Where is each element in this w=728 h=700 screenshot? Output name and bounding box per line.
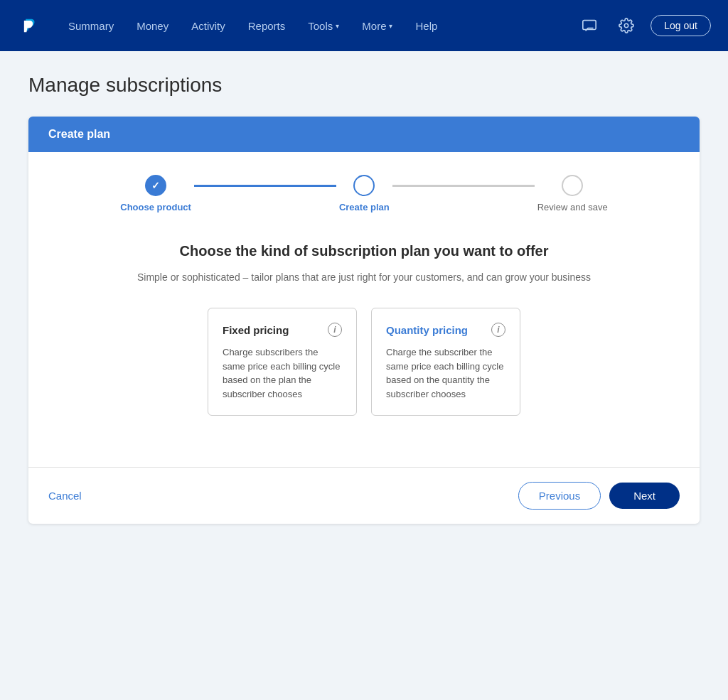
form-subtitle: Simple or sophisticated – tailor plans t… bbox=[48, 269, 680, 285]
quantity-pricing-description: Charge the subscriber the same price eac… bbox=[386, 345, 505, 401]
step-connector-2 bbox=[392, 185, 535, 187]
settings-icon[interactable] bbox=[614, 13, 639, 38]
step-label-3: Review and save bbox=[537, 202, 608, 212]
page-title: Manage subscriptions bbox=[28, 74, 700, 97]
navbar-actions: Log out bbox=[577, 13, 711, 38]
fixed-pricing-header: Fixed pricing i bbox=[223, 323, 342, 337]
chevron-down-icon: ▾ bbox=[389, 22, 392, 30]
card-body: ✓ Choose product Create plan Review and … bbox=[28, 152, 700, 467]
fixed-pricing-title: Fixed pricing bbox=[223, 324, 289, 336]
nav-tools[interactable]: Tools ▾ bbox=[296, 14, 350, 38]
quantity-pricing-title: Quantity pricing bbox=[386, 324, 468, 336]
previous-button[interactable]: Previous bbox=[518, 482, 601, 510]
fixed-pricing-info-icon[interactable]: i bbox=[328, 323, 342, 337]
nav-activity[interactable]: Activity bbox=[180, 14, 237, 38]
cancel-button[interactable]: Cancel bbox=[48, 490, 82, 502]
card-footer: Cancel Previous Next bbox=[28, 467, 700, 524]
nav-more[interactable]: More ▾ bbox=[350, 14, 404, 38]
chevron-down-icon: ▾ bbox=[336, 22, 339, 30]
stepper: ✓ Choose product Create plan Review and … bbox=[48, 175, 680, 212]
form-title: Choose the kind of subscription plan you… bbox=[48, 241, 680, 261]
step-circle-3 bbox=[562, 175, 583, 196]
message-icon[interactable] bbox=[577, 13, 602, 38]
step-label-1: Choose product bbox=[120, 202, 191, 212]
fixed-pricing-description: Charge subscribers the same price each b… bbox=[223, 345, 342, 401]
checkmark-icon: ✓ bbox=[151, 180, 160, 191]
quantity-pricing-info-icon[interactable]: i bbox=[491, 323, 505, 337]
nav-money[interactable]: Money bbox=[125, 14, 180, 38]
quantity-pricing-card[interactable]: Quantity pricing i Charge the subscriber… bbox=[371, 308, 520, 416]
create-plan-card: Create plan ✓ Choose product Create plan bbox=[28, 117, 700, 524]
fixed-pricing-card[interactable]: Fixed pricing i Charge subscribers the s… bbox=[208, 308, 357, 416]
nav-summary[interactable]: Summary bbox=[57, 14, 125, 38]
logout-button[interactable]: Log out bbox=[651, 15, 711, 36]
card-header: Create plan bbox=[28, 117, 700, 152]
nav-reports[interactable]: Reports bbox=[237, 14, 297, 38]
nav-menu: Summary Money Activity Reports Tools ▾ M… bbox=[57, 14, 577, 38]
page-content: Manage subscriptions Create plan ✓ Choos… bbox=[0, 51, 728, 546]
svg-point-1 bbox=[625, 23, 629, 28]
step-choose-product: ✓ Choose product bbox=[120, 175, 191, 212]
navbar: Summary Money Activity Reports Tools ▾ M… bbox=[0, 0, 728, 51]
step-review-save: Review and save bbox=[537, 175, 608, 212]
card-header-title: Create plan bbox=[48, 128, 110, 140]
step-label-2: Create plan bbox=[339, 202, 390, 212]
next-button[interactable]: Next bbox=[609, 483, 680, 509]
step-circle-2 bbox=[353, 175, 375, 196]
step-connector-1 bbox=[194, 185, 336, 187]
footer-actions: Previous Next bbox=[518, 482, 680, 510]
step-create-plan: Create plan bbox=[339, 175, 390, 212]
paypal-logo bbox=[17, 13, 43, 38]
nav-help[interactable]: Help bbox=[404, 14, 449, 38]
pricing-options: Fixed pricing i Charge subscribers the s… bbox=[48, 308, 680, 416]
quantity-pricing-header: Quantity pricing i bbox=[386, 323, 505, 337]
step-circle-1: ✓ bbox=[145, 175, 166, 196]
